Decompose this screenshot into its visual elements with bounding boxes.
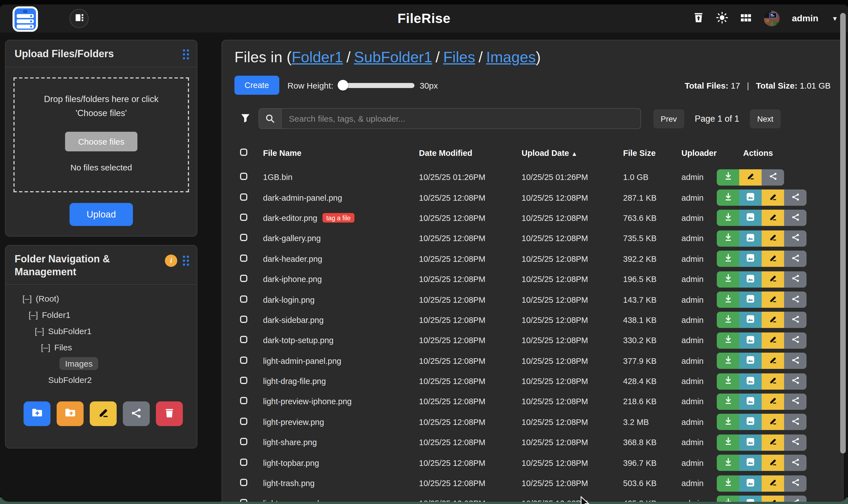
preview-button[interactable] <box>739 353 762 369</box>
tree-item-subfolder1[interactable]: [–]SubFolder1 <box>14 323 189 339</box>
tree-expander-icon[interactable]: [–] <box>35 326 44 336</box>
row-checkbox[interactable] <box>240 356 247 363</box>
username-label[interactable]: admin <box>792 14 818 23</box>
download-button[interactable] <box>717 251 739 267</box>
edit-button[interactable] <box>762 271 784 287</box>
download-button[interactable] <box>717 210 739 226</box>
preview-button[interactable] <box>739 251 762 267</box>
file-name[interactable]: light-user-panel.png <box>260 499 416 502</box>
header-upload-date[interactable]: Upload Date▲ <box>519 148 620 158</box>
share-button[interactable] <box>784 394 807 410</box>
share-button[interactable] <box>784 312 807 328</box>
share-button[interactable] <box>784 271 807 287</box>
next-page-button[interactable]: Next <box>750 109 781 128</box>
download-button[interactable] <box>717 190 739 206</box>
move-folder-button[interactable] <box>57 401 84 426</box>
edit-button[interactable] <box>762 496 784 502</box>
row-checkbox[interactable] <box>240 499 247 502</box>
preview-button[interactable] <box>739 332 762 349</box>
edit-button[interactable] <box>762 332 784 349</box>
row-checkbox[interactable] <box>240 214 247 221</box>
download-button[interactable] <box>717 271 739 287</box>
file-name[interactable]: dark-login.png <box>260 295 416 304</box>
row-checkbox[interactable] <box>240 438 247 445</box>
preview-button[interactable] <box>739 190 762 206</box>
chevron-down-icon[interactable]: ▼ <box>832 15 838 22</box>
header-file-size[interactable]: File Size <box>620 148 674 158</box>
row-checkbox[interactable] <box>240 193 247 200</box>
header-uploader[interactable]: Uploader <box>674 148 714 158</box>
trash-restore-button[interactable] <box>693 12 704 25</box>
share-button[interactable] <box>784 332 807 349</box>
preview-button[interactable] <box>739 475 762 491</box>
download-button[interactable] <box>717 373 739 389</box>
file-name[interactable]: dark-iphone.png <box>260 275 416 284</box>
edit-button[interactable] <box>762 455 784 471</box>
share-button[interactable] <box>784 190 807 206</box>
filter-button[interactable] <box>241 113 250 124</box>
file-name[interactable]: light-share.png <box>260 438 416 447</box>
download-button[interactable] <box>717 353 739 369</box>
tree-expander-icon[interactable]: [–] <box>22 294 32 303</box>
user-avatar[interactable] <box>764 11 780 26</box>
apps-grid-button[interactable] <box>740 12 752 25</box>
download-button[interactable] <box>717 230 739 247</box>
tree-item-folder1[interactable]: [–]Folder1 <box>14 307 189 323</box>
rename-folder-button[interactable] <box>90 401 117 426</box>
preview-button[interactable] <box>739 271 762 287</box>
file-name[interactable]: 1GB.bin <box>260 173 416 182</box>
file-name[interactable]: dark-header.png <box>260 254 416 264</box>
row-checkbox[interactable] <box>240 458 247 466</box>
file-name[interactable]: light-preview.png <box>260 418 416 427</box>
preview-button[interactable] <box>739 230 762 247</box>
prev-page-button[interactable]: Prev <box>653 109 684 128</box>
file-name[interactable]: dark-sidebar.png <box>260 316 416 325</box>
edit-button[interactable] <box>762 251 784 267</box>
edit-button[interactable] <box>762 210 784 226</box>
edit-button[interactable] <box>739 169 762 185</box>
share-button[interactable] <box>784 373 807 389</box>
delete-folder-button[interactable] <box>156 401 183 426</box>
select-all-checkbox[interactable] <box>240 148 247 156</box>
edit-button[interactable] <box>762 373 784 389</box>
sidebar-toggle-button[interactable] <box>70 9 89 28</box>
download-button[interactable] <box>717 169 739 185</box>
download-button[interactable] <box>717 332 739 349</box>
share-button[interactable] <box>784 210 807 226</box>
file-name[interactable]: dark-totp-setup.png <box>260 336 416 345</box>
drag-handle-icon[interactable] <box>183 256 189 266</box>
preview-button[interactable] <box>739 373 762 389</box>
tree-expander-icon[interactable]: [–] <box>29 310 38 320</box>
download-button[interactable] <box>717 475 739 491</box>
edit-button[interactable] <box>762 475 784 491</box>
preview-button[interactable] <box>739 414 762 430</box>
file-name[interactable]: dark-editor.pngtag a file <box>260 213 416 223</box>
row-checkbox[interactable] <box>240 377 247 384</box>
row-checkbox[interactable] <box>240 173 247 180</box>
edit-button[interactable] <box>762 394 784 410</box>
breadcrumb-link-folder1[interactable]: Folder1 <box>292 49 343 66</box>
preview-button[interactable] <box>739 210 762 226</box>
preview-button[interactable] <box>739 394 762 410</box>
row-checkbox[interactable] <box>240 418 247 425</box>
header-date-modified[interactable]: Date Modified <box>416 148 519 158</box>
theme-toggle-button[interactable] <box>716 12 728 25</box>
tag-badge[interactable]: tag a file <box>322 213 354 223</box>
row-height-slider[interactable] <box>339 83 414 88</box>
share-button[interactable] <box>784 230 807 247</box>
preview-button[interactable] <box>739 496 762 502</box>
file-name[interactable]: light-trash.png <box>260 479 416 488</box>
file-name[interactable]: light-admin-panel.png <box>260 356 416 365</box>
edit-button[interactable] <box>762 291 784 308</box>
file-name[interactable]: dark-gallery.png <box>260 234 416 243</box>
share-button[interactable] <box>784 414 807 430</box>
download-button[interactable] <box>717 291 739 308</box>
download-button[interactable] <box>717 496 739 502</box>
info-icon[interactable]: i <box>165 254 177 267</box>
edit-button[interactable] <box>762 434 784 451</box>
download-button[interactable] <box>717 434 739 451</box>
download-button[interactable] <box>717 312 739 328</box>
share-button[interactable] <box>784 496 807 502</box>
slider-thumb[interactable] <box>338 80 348 91</box>
edit-button[interactable] <box>762 230 784 247</box>
